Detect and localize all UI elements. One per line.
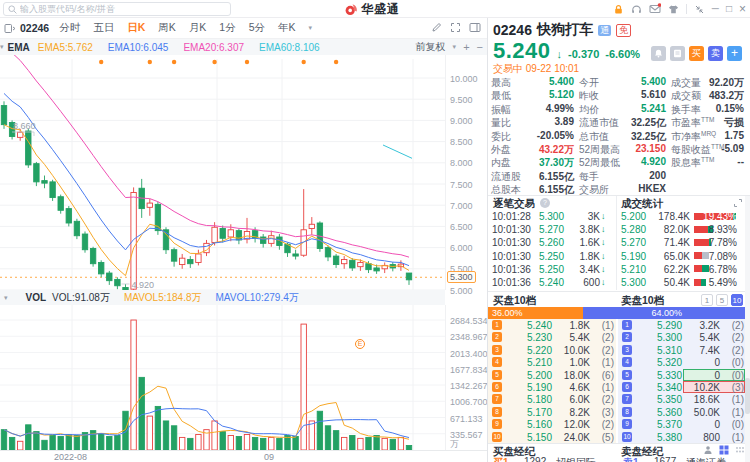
bid-order-count[interactable]: (2) [592,394,614,405]
bid-volume[interactable]: 1.8K [554,320,590,331]
tick-time[interactable]: 10:01:30 [492,237,531,248]
stat-volume[interactable]: 65.0K [650,251,690,262]
tab-年K[interactable]: 年K [278,21,296,35]
bid-order-count[interactable]: (1) [592,320,614,331]
stat-price[interactable]: 5.210 [621,264,646,275]
stat-volume[interactable]: 178.4K [650,211,690,222]
stock-search-box[interactable] [3,2,231,16]
ask-order-count[interactable]: (2) [722,332,744,343]
tab-5分[interactable]: 5分 [249,21,265,35]
zoom-in-button[interactable]: + [463,40,469,54]
stat-price[interactable]: 5.200 [621,211,646,222]
indicator-caret-icon[interactable]: ▾ [0,43,4,51]
ask-price[interactable]: 5.300 [642,332,682,343]
tick-volume[interactable]: 1.6K [566,237,600,248]
bid-order-count[interactable]: (6) [592,370,614,381]
bid-order-count[interactable]: (2) [592,419,614,430]
depth-level-button-5[interactable]: 5 [716,294,728,306]
bid-order-count[interactable]: (1) [592,357,614,368]
bid-order-count[interactable]: (5) [592,432,614,443]
stat-volume[interactable]: 62.2K [650,264,690,275]
tick-time[interactable]: 10:01:30 [492,251,531,262]
close-button[interactable]: × [739,4,746,14]
bid-volume[interactable]: 24.0K [554,432,590,443]
zoom-out-button[interactable]: − [477,40,483,54]
bid-volume[interactable]: 12.0K [554,419,590,430]
volume-caret-icon[interactable]: ▾ [4,294,8,302]
ask-order-count[interactable]: (3) [722,382,744,393]
bid-price[interactable]: 5.190 [512,382,552,393]
ask-order-count[interactable]: (2) [722,345,744,356]
stock-list-icon[interactable] [4,23,16,34]
tick-price[interactable]: 5.260 [528,237,564,248]
tab-1分[interactable]: 1分 [219,21,235,35]
bid-price[interactable]: 5.170 [512,407,552,418]
scrollbar-thumb[interactable] [745,378,750,414]
scrollbar[interactable] [745,196,750,462]
more-dots-icon[interactable] [735,445,745,455]
ask-price[interactable]: 5.360 [642,407,682,418]
tab-五日[interactable]: 五日 [93,21,114,35]
depth-level-button-1[interactable]: 1 [701,294,713,306]
ask-order-count[interactable]: (1) [722,432,744,443]
stat-price[interactable]: 5.270 [621,237,646,248]
ask-price[interactable]: 5.380 [642,432,682,443]
adjust-mode-select[interactable]: 前复权 [416,40,446,54]
tick-volume[interactable]: 1.8K [566,251,600,262]
broker-name[interactable]: 通海证券 [686,456,726,462]
tick-time[interactable]: 10:01:28 [492,211,531,222]
ask-price[interactable]: 5.330 [642,370,682,381]
dock-panel-icon[interactable] [469,22,481,33]
ask-volume[interactable]: 5.4K [684,332,720,343]
stat-price[interactable]: 5.190 [621,251,646,262]
volume-indicator-name[interactable]: VOL [26,292,47,303]
tab-月K[interactable]: 月K [189,21,207,35]
bid-order-count[interactable]: (2) [592,345,614,356]
bid-order-count[interactable]: (2) [592,332,614,343]
bid-price[interactable]: 5.240 [512,320,552,331]
bid-price[interactable]: 5.160 [512,419,552,430]
info-icon[interactable]: ? [540,198,550,208]
tick-price[interactable]: 5.250 [528,251,564,262]
buy-button[interactable]: 买 [689,46,704,61]
depth-level-button-10[interactable]: 10 [731,294,743,306]
stat-volume[interactable]: 50.4K [650,277,690,288]
tab-日K[interactable]: 日K [127,21,145,35]
bid-volume[interactable]: 8.2K [554,407,590,418]
ask-volume[interactable]: 10.2K [684,382,720,393]
ask-volume[interactable]: 0 [684,370,720,381]
pencil-icon[interactable] [431,22,442,33]
expand-icon[interactable] [733,198,743,208]
bid-volume[interactable]: 10.0K [554,345,590,356]
minimize-button[interactable]: ─ [712,4,719,14]
tick-volume[interactable]: 3.4K [566,264,600,275]
ask-order-count[interactable]: (1) [722,407,744,418]
volume-bars-chart[interactable] [0,305,445,450]
ask-volume[interactable]: 50.0K [684,407,720,418]
maximize-button[interactable]: □ [726,4,732,14]
tick-time[interactable]: 10:01:30 [492,224,531,235]
ask-volume[interactable]: 7.4K [684,345,720,356]
tick-price[interactable]: 5.240 [528,277,564,288]
adjust-caret-icon[interactable]: ▾ [453,43,457,51]
tick-time[interactable]: 10:01:36 [492,264,531,275]
fullscreen-icon[interactable] [450,22,461,33]
tick-time[interactable]: 10:01:36 [492,277,531,288]
bid-volume[interactable]: 4.6K [554,382,590,393]
ask-order-count[interactable]: (0) [722,419,744,430]
ask-price[interactable]: 5.350 [642,394,682,405]
person-icon[interactable] [703,445,713,455]
broker-name[interactable]: 招银国际 [556,456,596,462]
ask-order-count[interactable]: (0) [722,357,744,368]
bid-price[interactable]: 5.200 [512,370,552,381]
bid-order-count[interactable]: (1) [592,382,614,393]
grid-view-icon[interactable] [719,445,729,455]
ask-price[interactable]: 5.340 [642,382,682,393]
bid-order-count[interactable]: (3) [592,407,614,418]
alert-button[interactable] [651,46,666,61]
bid-volume[interactable]: 1.0K [554,357,590,368]
mail-icon[interactable] [649,3,661,14]
stat-volume[interactable]: 82.0K [650,224,690,235]
sell-button[interactable]: 卖 [708,46,723,61]
shirt-icon[interactable] [668,4,679,15]
